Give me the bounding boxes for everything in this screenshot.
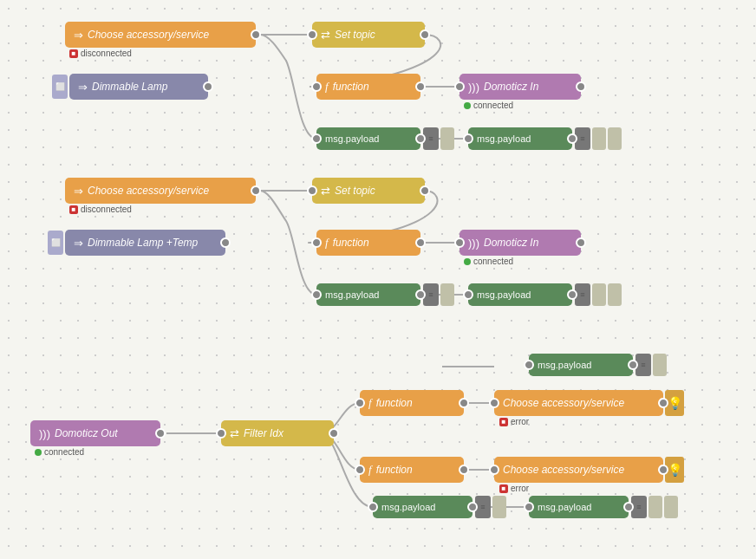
sq-btn-3a[interactable]: [440, 283, 454, 306]
f-icon-1: f: [325, 80, 329, 94]
port-left-msg8b[interactable]: [524, 502, 534, 512]
msg-payload-node-5[interactable]: msg.payload: [529, 354, 633, 376]
port-right-func1[interactable]: [415, 81, 426, 92]
choose-accessory-node-2[interactable]: ⇒ Choose accessory/service: [65, 178, 256, 204]
port-right-domoticzin1[interactable]: [576, 81, 586, 92]
wifi-icon-2: ))): [468, 237, 479, 250]
connected-dot-2: [464, 258, 471, 265]
port-right-dimmable[interactable]: [203, 81, 213, 92]
arrow-right-icon: ⇒: [74, 29, 83, 42]
port-left-domoticzin2[interactable]: [454, 237, 465, 248]
port-right-settopic2[interactable]: [420, 185, 430, 196]
left-sq-btn-2[interactable]: ⬜: [48, 231, 63, 255]
msg-payload-node-8a[interactable]: msg.payload: [373, 496, 472, 518]
dimmable-lamp-temp-node[interactable]: ⇒ Dimmable Lamp +Temp: [65, 230, 225, 256]
sq-btn-5a[interactable]: [653, 354, 667, 376]
port-left-msg5[interactable]: [524, 360, 534, 370]
port-right-choose3[interactable]: [658, 398, 668, 408]
shuffle-icon-2: ⇄: [321, 185, 330, 198]
port-left-settopic2[interactable]: [307, 185, 317, 196]
msg-payload-node-4a[interactable]: msg.payload: [316, 283, 420, 306]
choose-accessory-node-3[interactable]: Choose accessory/service: [494, 390, 663, 416]
port-right-msg3[interactable]: [415, 289, 426, 300]
port-right-domoticzin2[interactable]: [576, 237, 586, 248]
port-right-choose2[interactable]: [251, 185, 261, 196]
msg-payload-row4-right-group: msg.payload ≡: [468, 283, 622, 306]
sq-btn-4a[interactable]: [592, 283, 606, 306]
port-right-func3[interactable]: [459, 398, 469, 408]
port-right-filteridx[interactable]: [329, 428, 339, 439]
msg-payload-node-8b[interactable]: msg.payload: [529, 496, 629, 518]
left-sq-btn-1[interactable]: ⬜: [52, 75, 68, 99]
dimmable-lamp-row: ⬜ ⇒ Dimmable Lamp: [52, 74, 208, 100]
f-icon-3: f: [368, 396, 372, 410]
port-right-msg8a[interactable]: [467, 502, 478, 512]
msg-payload-node-2b[interactable]: msg.payload: [468, 127, 572, 150]
function-node-4[interactable]: f function: [360, 457, 464, 483]
function-node-2[interactable]: f function: [316, 230, 420, 256]
port-left-domoticzin1[interactable]: [454, 81, 465, 92]
port-left-choose4[interactable]: [489, 465, 499, 475]
shuffle-icon-3: ⇄: [230, 427, 239, 440]
port-right-settopic1[interactable]: [420, 29, 430, 40]
set-topic-node-2[interactable]: ⇄ Set topic: [312, 178, 425, 204]
connected-dot-1: [464, 102, 471, 109]
port-left-msg1[interactable]: [311, 133, 322, 144]
port-right-func2[interactable]: [415, 237, 426, 248]
port-right-msg5[interactable]: [628, 360, 638, 370]
port-left-msg4[interactable]: [463, 289, 473, 300]
port-left-filteridx[interactable]: [216, 428, 226, 439]
choose-accessory-4-group: Choose accessory/service 💡: [494, 457, 684, 483]
status-choose3: ■ error: [499, 417, 529, 426]
msg-payload-node-2a[interactable]: msg.payload: [316, 127, 420, 150]
choose-accessory-node-4[interactable]: Choose accessory/service: [494, 457, 663, 483]
domoticz-in-node-1[interactable]: ))) Domoticz In: [459, 74, 581, 100]
port-right-msg1[interactable]: [415, 133, 426, 144]
arrow-right-icon-2: ⇒: [78, 81, 88, 94]
status-domoticzout: connected: [35, 447, 84, 457]
connected-dot-3: [35, 449, 42, 456]
port-right-msg8b[interactable]: [623, 502, 634, 512]
status-domoticzin1: connected: [464, 101, 513, 110]
dimmable-lamp-node[interactable]: ⇒ Dimmable Lamp: [69, 74, 208, 100]
port-left-func2[interactable]: [311, 237, 322, 248]
port-left-func1[interactable]: [311, 81, 322, 92]
choose-accessory-node-1[interactable]: ⇒ Choose accessory/service: [65, 22, 256, 48]
set-topic-node-1[interactable]: ⇄ Set topic: [312, 22, 425, 48]
port-right-choose4[interactable]: [658, 465, 668, 475]
port-right-msg4[interactable]: [567, 289, 577, 300]
port-left-choose3[interactable]: [489, 398, 499, 408]
sq-btn-8a[interactable]: [492, 496, 506, 518]
sq-btn-8b1[interactable]: [648, 496, 662, 518]
f-icon-2: f: [325, 236, 329, 250]
port-left-msg3[interactable]: [311, 289, 322, 300]
sq-btn-2a[interactable]: [592, 127, 606, 150]
domoticz-in-node-2[interactable]: ))) Domoticz In: [459, 230, 581, 256]
shuffle-icon-1: ⇄: [321, 29, 330, 42]
msg-payload-node-4b[interactable]: msg.payload: [468, 283, 572, 306]
port-left-msg8a[interactable]: [368, 502, 378, 512]
sq-btn-4b[interactable]: [608, 283, 622, 306]
sq-btn-2b[interactable]: [608, 127, 622, 150]
function-node-1[interactable]: f function: [316, 74, 420, 100]
port-right-choose1[interactable]: [251, 29, 261, 40]
port-right-msg2[interactable]: [567, 133, 577, 144]
status-choose4: ■ error: [499, 484, 529, 493]
port-left-func4[interactable]: [355, 465, 365, 475]
dimmable-lamp-temp-row: ⬜ ⇒ Dimmable Lamp +Temp: [48, 230, 225, 256]
port-left-msg2[interactable]: [463, 133, 473, 144]
port-right-dimmable-temp[interactable]: [220, 237, 231, 248]
error-icon-4: ■: [499, 484, 508, 493]
function-node-3[interactable]: f function: [360, 390, 464, 416]
port-right-domoticzout[interactable]: [155, 428, 166, 439]
error-icon-2: ■: [69, 205, 78, 214]
port-left-settopic1[interactable]: [307, 29, 317, 40]
port-right-func4[interactable]: [459, 465, 469, 475]
sq-btn-1a[interactable]: [440, 127, 454, 150]
sq-btn-8b2[interactable]: [664, 496, 678, 518]
domoticz-out-node[interactable]: ))) Domoticz Out: [30, 420, 160, 446]
filter-idx-node[interactable]: ⇄ Filter Idx: [221, 420, 334, 446]
port-left-func3[interactable]: [355, 398, 365, 408]
msg-payload-row4-left-group: msg.payload ≡: [316, 283, 454, 306]
status-choose2: ■ disconnected: [69, 205, 132, 214]
